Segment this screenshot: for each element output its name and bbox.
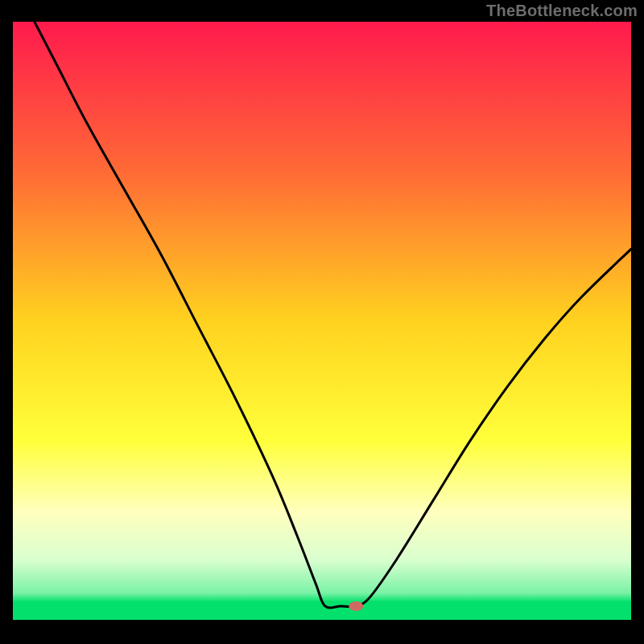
background-gradient xyxy=(13,22,631,620)
green-band xyxy=(13,602,631,620)
plot-svg xyxy=(13,22,631,620)
chart-frame: TheBottleneck.com xyxy=(0,0,644,644)
watermark-text: TheBottleneck.com xyxy=(486,2,638,20)
plot-area xyxy=(13,22,631,620)
optimal-marker xyxy=(349,601,363,611)
